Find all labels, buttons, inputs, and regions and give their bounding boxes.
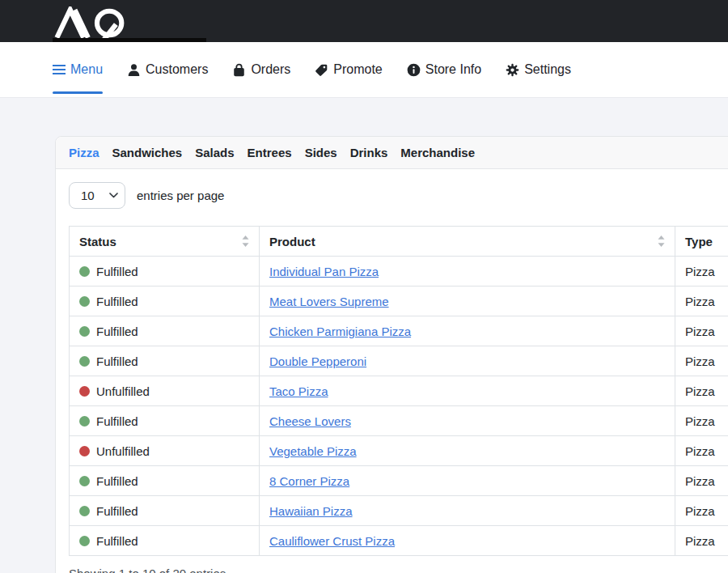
- status-label: Fulfilled: [96, 414, 138, 428]
- tag-icon: [315, 63, 328, 77]
- table-body: Fulfilled Individual Pan Pizza Pizza: [70, 257, 728, 556]
- status-label: Fulfilled: [96, 265, 138, 278]
- status-dot: [79, 446, 90, 456]
- table-header-row: Status Product: [70, 227, 728, 257]
- product-cell: Chicken Parmigiana Pizza: [260, 316, 675, 346]
- type-cell: Pizza: [675, 376, 728, 406]
- product-link[interactable]: 8 Corner Pizza: [269, 474, 349, 488]
- product-cell: 8 Corner Pizza: [260, 466, 675, 496]
- table-row: Fulfilled Double Pepperoni Pizza: [70, 346, 728, 376]
- product-cell: Taco Pizza: [260, 376, 675, 406]
- column-label: Product: [269, 235, 315, 248]
- status-dot: [79, 536, 90, 546]
- product-cell: Hawaiian Pizza: [260, 496, 675, 526]
- nav-item-orders[interactable]: Orders: [232, 42, 290, 97]
- category-tab[interactable]: Sandwiches: [112, 146, 183, 159]
- category-tab[interactable]: Entrees: [248, 146, 292, 159]
- column-label: Status: [79, 235, 116, 248]
- product-cell: Individual Pan Pizza: [260, 257, 675, 286]
- gear-icon: [506, 63, 519, 77]
- table-row: Fulfilled Cauliflower Crust Pizza Pizza: [70, 526, 728, 556]
- category-tab[interactable]: Drinks: [350, 146, 388, 159]
- nav-label: Settings: [524, 63, 571, 76]
- category-tab[interactable]: Pizza: [69, 146, 99, 159]
- product-cell: Double Pepperoni: [260, 346, 675, 376]
- main-nav: Menu Customers Orders Promote Store Info: [0, 42, 728, 98]
- category-tab[interactable]: Sides: [305, 146, 337, 159]
- product-link[interactable]: Individual Pan Pizza: [269, 265, 379, 278]
- column-header-type[interactable]: Type: [675, 227, 728, 257]
- type-cell: Pizza: [675, 316, 728, 346]
- status-dot: [79, 296, 90, 307]
- type-cell: Pizza: [675, 526, 728, 556]
- column-header-product[interactable]: Product: [260, 227, 675, 257]
- status-cell: Fulfilled: [70, 316, 260, 346]
- status-label: Unfulfilled: [96, 444, 150, 458]
- status-dot: [79, 476, 90, 486]
- status-cell: Fulfilled: [70, 257, 260, 286]
- nav-item-store-info[interactable]: Store Info: [407, 42, 481, 97]
- status-label: Fulfilled: [96, 504, 138, 518]
- product-cell: Vegetable Pizza: [260, 436, 675, 466]
- product-link[interactable]: Vegetable Pizza: [269, 444, 357, 458]
- table-row: Fulfilled Hawaiian Pizza Pizza: [70, 496, 728, 526]
- status-cell: Fulfilled: [70, 406, 260, 436]
- product-cell: Cheese Lovers: [260, 406, 675, 436]
- active-nav-underline: [53, 91, 103, 94]
- type-cell: Pizza: [675, 286, 728, 316]
- nav-item-settings[interactable]: Settings: [506, 42, 571, 97]
- type-cell: Pizza: [675, 436, 728, 466]
- status-label: Unfulfilled: [96, 384, 150, 398]
- type-cell: Pizza: [675, 496, 728, 526]
- table-row: Fulfilled Chicken Parmigiana Pizza Pizza: [70, 316, 728, 346]
- product-link[interactable]: Taco Pizza: [269, 384, 328, 398]
- products-table: Status Product: [69, 226, 728, 556]
- product-link[interactable]: Hawaiian Pizza: [269, 504, 353, 518]
- product-link[interactable]: Cauliflower Crust Pizza: [269, 534, 395, 548]
- person-icon: [127, 63, 141, 77]
- nav-label: Menu: [70, 63, 103, 76]
- category-tab[interactable]: Salads: [195, 146, 234, 159]
- status-cell: Unfulfilled: [70, 376, 260, 406]
- entries-per-page-label: entries per page: [137, 189, 224, 202]
- nav-label: Orders: [251, 63, 290, 76]
- sort-icon[interactable]: [242, 236, 249, 247]
- status-cell: Unfulfilled: [70, 436, 260, 466]
- nav-item-promote[interactable]: Promote: [315, 42, 382, 97]
- app-header: [0, 0, 728, 42]
- brand-logo[interactable]: [53, 5, 206, 42]
- aq-logo-icon: [53, 6, 130, 40]
- product-link[interactable]: Double Pepperoni: [269, 354, 366, 368]
- status-dot: [79, 416, 90, 427]
- type-cell: Pizza: [675, 466, 728, 496]
- nav-item-customers[interactable]: Customers: [127, 42, 208, 97]
- product-link[interactable]: Cheese Lovers: [269, 414, 351, 428]
- card-body: 10 entries per page Status: [56, 169, 728, 573]
- table-summary: Showing 1 to 10 of 20 entries: [69, 567, 728, 573]
- column-header-status[interactable]: Status: [70, 227, 260, 257]
- nav-item-menu[interactable]: Menu: [53, 42, 103, 97]
- entries-per-page-row: 10 entries per page: [69, 182, 728, 209]
- hamburger-icon: [53, 64, 66, 75]
- category-tab[interactable]: Merchandise: [400, 146, 475, 159]
- nav-label: Customers: [146, 63, 208, 76]
- table-row: Unfulfilled Taco Pizza Pizza: [70, 376, 728, 406]
- info-circle-icon: [407, 63, 421, 77]
- status-cell: Fulfilled: [70, 286, 260, 316]
- status-label: Fulfilled: [96, 534, 138, 548]
- table-row: Fulfilled Cheese Lovers Pizza: [70, 406, 728, 436]
- status-dot: [79, 266, 90, 277]
- type-cell: Pizza: [675, 346, 728, 376]
- status-cell: Fulfilled: [70, 496, 260, 526]
- status-dot: [79, 356, 90, 367]
- status-dot: [79, 506, 90, 516]
- product-link[interactable]: Meat Lovers Supreme: [269, 295, 389, 308]
- shopping-bag-icon: [232, 63, 246, 77]
- product-cell: Cauliflower Crust Pizza: [260, 526, 675, 556]
- product-link[interactable]: Chicken Parmigiana Pizza: [269, 325, 411, 338]
- status-label: Fulfilled: [96, 325, 138, 338]
- type-cell: Pizza: [675, 257, 728, 286]
- sort-icon[interactable]: [658, 236, 665, 247]
- status-cell: Fulfilled: [70, 346, 260, 376]
- page-size-select[interactable]: 10: [69, 182, 125, 209]
